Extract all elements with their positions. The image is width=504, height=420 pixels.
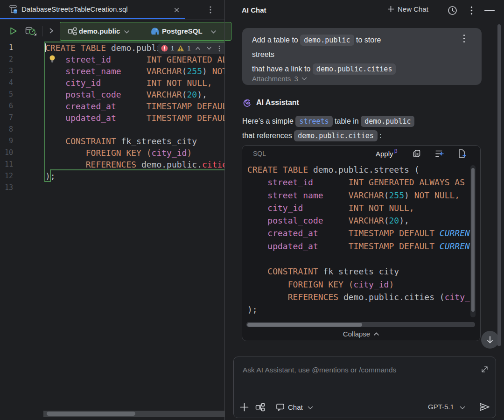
chevron-down-icon[interactable] (210, 30, 217, 34)
insert-at-caret-icon[interactable] (435, 150, 444, 158)
apply-beta-badge: β (394, 148, 397, 154)
cities-chip[interactable]: demo.public.cities (313, 63, 396, 75)
attach-schema-icon[interactable] (255, 402, 265, 412)
editor-more-icon[interactable] (209, 6, 212, 14)
active-tab-indicator (0, 18, 185, 19)
history-icon[interactable] (448, 6, 457, 15)
tab-title[interactable]: DatabaseStreetsTableCreation.sql (21, 5, 128, 13)
add-context-icon[interactable] (240, 403, 249, 412)
pane-splitter[interactable] (224, 0, 225, 420)
editor-hscrollbar-thumb[interactable] (47, 412, 135, 416)
user-message-line2: streets (252, 47, 454, 62)
warning-count: 1 (187, 45, 190, 52)
mode-selector[interactable]: Chat (288, 403, 303, 411)
next-problem-icon[interactable] (206, 46, 212, 50)
chevron-down-icon (301, 77, 307, 81)
new-chat-label: New Chat (398, 5, 428, 13)
inspection-more-icon[interactable] (218, 45, 220, 52)
statement-outline-bottom-right (50, 169, 224, 170)
run-button[interactable] (8, 26, 18, 36)
warning-icon (177, 45, 184, 52)
chevron-down-icon[interactable] (308, 406, 313, 410)
arrow-down-icon (486, 336, 494, 344)
tab-close-icon[interactable] (174, 7, 180, 13)
user-message-line3: that have a link to demo.public.cities (252, 62, 454, 76)
schema-selector[interactable]: demo.public (79, 27, 120, 35)
execute-in-console-button[interactable] (24, 25, 37, 37)
assistant-message: Here’s a simple streets table in demo.pu… (242, 114, 476, 143)
chevron-down-icon[interactable] (460, 406, 465, 410)
plus-icon (387, 6, 394, 13)
ai-assistant-name: AI Assistant (256, 98, 299, 107)
new-chat-button[interactable]: New Chat (387, 5, 428, 13)
previous-problem-icon[interactable] (195, 46, 201, 50)
dialect-selector[interactable]: PostgreSQL (162, 27, 203, 35)
chevron-up-icon (373, 332, 379, 336)
session-selector-box: demo.public PostgreSQL (60, 22, 231, 41)
schema-chip[interactable]: demo.public (300, 35, 354, 46)
text-caret (45, 43, 46, 52)
ide-window: DatabaseStreetsTableCreation.sql (0, 0, 504, 420)
collapse-button[interactable]: Collapse (242, 330, 481, 338)
intention-bulb-icon[interactable] (48, 54, 56, 63)
attachments-toggle[interactable]: Attachments 3 (252, 75, 307, 83)
code-vscrollbar-thumb[interactable] (471, 168, 475, 312)
chat-mode-icon[interactable] (276, 403, 285, 412)
error-count: 1 (171, 45, 174, 52)
scroll-to-bottom-button[interactable] (481, 331, 499, 349)
code-language-label: SQL (253, 150, 266, 157)
chat-input-placeholder[interactable]: Ask AI Assistant, use @mentions or /comm… (243, 366, 396, 374)
statement-outline-step (50, 170, 51, 182)
chevron-right-icon[interactable] (48, 28, 55, 34)
line-number-gutter: 12345678910111213 (0, 42, 13, 194)
toolbar-divider (42, 26, 42, 36)
sql-editor[interactable]: CREATE TABLE demo.public.streets ( stree… (45, 42, 225, 196)
sql-file-icon (8, 4, 19, 14)
chat-sql-code[interactable]: CREATE TABLE demo.public.streets ( stree… (242, 163, 475, 320)
schema-chip[interactable]: demo.public (361, 116, 414, 127)
message-more-icon[interactable] (463, 34, 465, 43)
chat-more-icon[interactable] (470, 6, 473, 15)
schema-icon (68, 27, 77, 36)
expand-input-icon[interactable] (481, 365, 489, 373)
chevron-down-icon[interactable] (124, 30, 130, 34)
ai-assistant-icon (242, 98, 253, 108)
model-selector[interactable]: GPT-5.1 (428, 403, 454, 411)
error-icon (161, 45, 168, 52)
streets-chip[interactable]: streets (295, 116, 332, 127)
minimize-icon[interactable] (484, 9, 495, 11)
copy-icon[interactable] (413, 149, 421, 158)
new-file-icon[interactable] (457, 149, 466, 158)
user-message-line1: Add a table to demo.public to store (252, 33, 454, 47)
attachments-count: 3 (294, 75, 298, 83)
statement-outline-left (44, 42, 45, 182)
ai-chat-panel-title: AI Chat (242, 6, 266, 14)
apply-button[interactable]: Apply (376, 150, 393, 158)
send-icon[interactable] (479, 401, 490, 413)
editor-tab-bar: DatabaseStreetsTableCreation.sql (0, 0, 224, 20)
chat-scrollbar-thumb[interactable] (497, 24, 501, 346)
inspection-widget[interactable]: 1 1 (157, 42, 224, 54)
cities-chip[interactable]: demo.public.cities (294, 130, 378, 141)
postgresql-icon (150, 26, 160, 36)
code-hscrollbar-thumb[interactable] (247, 323, 362, 327)
